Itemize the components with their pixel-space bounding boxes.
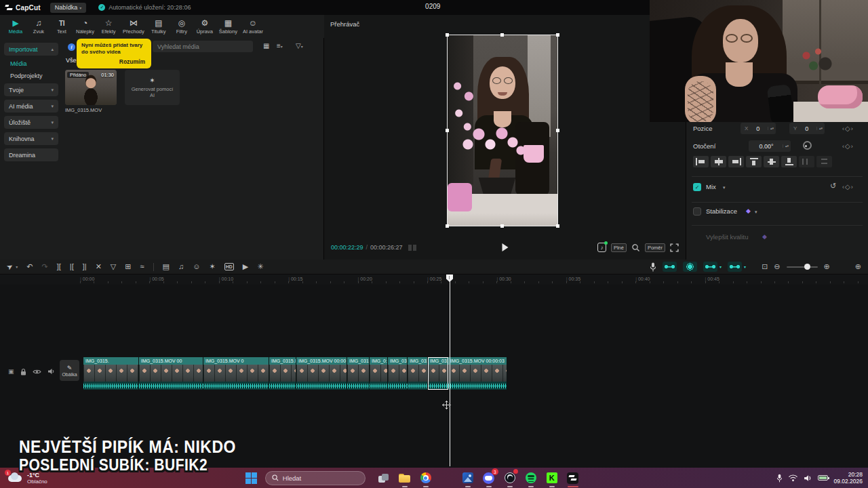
stepper-icon[interactable]: ▴▾ (816, 127, 823, 130)
tab-filters[interactable]: ◎Filtry (172, 16, 192, 37)
preview-quality-icon[interactable] (631, 243, 640, 252)
clip[interactable]: IMG_0315. (347, 357, 370, 390)
align-center-horizontal-button[interactable] (711, 156, 726, 167)
playhead-line[interactable] (450, 274, 450, 466)
mask-icon[interactable]: ▽ (111, 263, 116, 270)
stepper-icon[interactable]: ▴▾ (768, 127, 774, 130)
sidebar-item-yours[interactable]: Tvoje▾ (4, 83, 58, 96)
tab-transitions[interactable]: ⋈Přechody (121, 16, 146, 37)
tiktok-preview-icon[interactable]: ♪ (597, 243, 606, 252)
clip[interactable]: IMG_0315.MOV (269, 357, 296, 390)
chevron-down-icon[interactable]: ▾ (755, 209, 757, 215)
zoom-in-icon[interactable]: ⊕ (824, 262, 830, 271)
clip[interactable]: IMG_0315. (83, 357, 139, 390)
taskbar-app-photos[interactable] (460, 470, 475, 485)
clip[interactable]: IMG_031 (388, 357, 408, 390)
selection-handle[interactable] (556, 129, 559, 132)
zoom-out-icon[interactable]: ⊖ (774, 262, 780, 271)
selection-handle[interactable] (500, 33, 504, 37)
search-input[interactable] (153, 41, 253, 52)
frame-view-icon[interactable] (408, 245, 416, 251)
sidebar-item-dreamina[interactable]: Dreamina (4, 148, 58, 161)
tab-text[interactable]: TIText (52, 16, 72, 37)
stabilization-checkbox[interactable] (693, 207, 701, 216)
quality-badge[interactable]: Plné (611, 243, 627, 252)
taskbar-app-settings[interactable] (439, 470, 454, 485)
delete-icon[interactable]: ✕ (96, 263, 102, 270)
tooltip-ok-button[interactable]: Rozumím (119, 58, 145, 65)
select-tool-icon[interactable]: ➤ (5, 262, 15, 271)
undo-icon[interactable]: ↶ (26, 263, 33, 270)
reset-icon[interactable]: ↺ (830, 182, 836, 190)
tab-media[interactable]: ▶Média (5, 16, 26, 37)
link-toggle-icon[interactable] (703, 262, 717, 272)
taskbar-app-capcut[interactable] (566, 470, 580, 485)
taskbar-app-spotify[interactable] (524, 470, 538, 485)
sidebar-item-subprojects[interactable]: Podprojekty (4, 71, 58, 80)
chevron-down-icon[interactable]: ▾ (723, 185, 726, 190)
taskbar-app-kick[interactable]: K (545, 470, 559, 485)
taskbar-app-explorer[interactable] (397, 470, 412, 485)
selection-handle[interactable] (500, 224, 504, 228)
volume-icon[interactable] (804, 474, 812, 482)
rotation-knob[interactable] (803, 141, 812, 150)
add-person-icon[interactable]: ☺ (193, 263, 200, 270)
extract-audio-icon[interactable]: ≈ (140, 263, 144, 270)
video-enhance-icon[interactable]: ▶ (243, 263, 248, 270)
sidebar-item-storage[interactable]: Úložiště▾ (4, 116, 58, 129)
generate-ai-tile[interactable]: ✶ Generovat pomocí AI (125, 70, 180, 105)
media-item-thumbnail[interactable]: Přidáno 01:30 (65, 70, 117, 105)
tab-ai-avatar[interactable]: ☺AI avatar (241, 16, 264, 37)
tab-captions[interactable]: ▤Titulky (149, 16, 169, 37)
selection-handle[interactable] (446, 33, 449, 37)
grid-view-icon[interactable]: ▦ (263, 42, 269, 49)
main-track-icon[interactable]: ▣ (8, 368, 14, 375)
tab-audio[interactable]: ♫Zvuk (28, 16, 49, 37)
position-x-field[interactable]: X 0 ▴▾ (741, 123, 776, 134)
clip[interactable]: IMG_0315 (408, 357, 428, 390)
taskbar-app-obs[interactable] (502, 470, 517, 485)
device-preview-icon[interactable]: ⊡ (762, 262, 768, 271)
align-middle-vertical-button[interactable] (764, 156, 779, 167)
taskbar-app-discord[interactable]: 3 (481, 470, 496, 485)
eye-icon[interactable] (33, 369, 41, 375)
sidebar-item-ai-media[interactable]: AI média▾ (4, 100, 58, 113)
play-button[interactable] (502, 243, 508, 251)
auto-captions-icon[interactable]: ▤ (163, 263, 170, 270)
audio-effects-icon[interactable]: ♫ (178, 263, 184, 270)
split-icon[interactable]: ][ (57, 263, 61, 270)
crop-icon[interactable]: ⊞ (125, 263, 131, 270)
tab-adjust[interactable]: ⚙Úprava (195, 16, 215, 37)
align-left-button[interactable] (693, 156, 709, 167)
position-y-field[interactable]: Y 0 ▴▾ (789, 123, 825, 134)
mix-keyframe-icon[interactable]: ‹◇› (842, 183, 854, 190)
timeline-zoom-slider[interactable] (787, 266, 818, 268)
fullscreen-icon[interactable] (670, 243, 679, 252)
tab-templates[interactable]: ▦Šablony (218, 16, 239, 37)
sidebar-item-library[interactable]: Knihovna▾ (4, 132, 58, 145)
taskbar-search-input[interactable] (283, 474, 351, 482)
video-preview[interactable] (448, 35, 557, 226)
wifi-icon[interactable] (788, 474, 798, 482)
magic-tools-icon[interactable]: ✶ (209, 263, 215, 270)
clock[interactable]: 20:28 09.02.2026 (833, 471, 863, 485)
timeline-ruler[interactable]: 00:0000:0500:1000:1500:2000:2500:3000:35… (0, 274, 868, 285)
magnet-toggle-icon[interactable] (683, 262, 697, 272)
ratio-badge[interactable]: Poměr (645, 243, 665, 252)
taskbar-search[interactable] (265, 471, 366, 485)
tray-mic-icon[interactable] (776, 474, 783, 483)
cover-button[interactable]: ✎ Obálka (60, 360, 79, 381)
sort-icon[interactable]: ≡▾ (277, 42, 283, 49)
taskbar-app-task-view[interactable] (376, 470, 391, 485)
ai-effects-icon[interactable]: ✳ (257, 263, 263, 270)
sidebar-item-import[interactable]: Importovat▴ (4, 43, 58, 56)
selection-handle[interactable] (556, 33, 559, 37)
clip[interactable]: IMG_0315.MOV 00:00:03 (448, 357, 507, 390)
clip[interactable]: IMG_0315.MOV 00 (139, 357, 203, 390)
snap-toggle-icon[interactable] (663, 262, 677, 272)
menu-button[interactable]: Nabídka ▾ (50, 3, 87, 13)
selection-handle[interactable] (446, 129, 449, 132)
clip-selected[interactable]: IMG_031 (428, 357, 448, 390)
rotation-field[interactable]: 0.00° ▴▾ (749, 140, 791, 152)
taskbar-app-chrome[interactable] (418, 470, 433, 485)
